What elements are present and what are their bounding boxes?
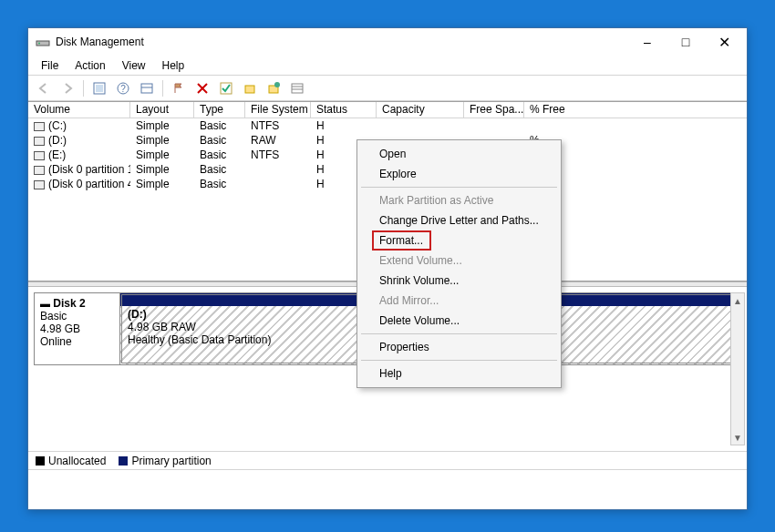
disk-type: Basic [40,310,67,322]
menu-item-format[interactable]: Format... [359,230,559,251]
toolbar: ? [28,76,747,101]
partition-size: 4.98 GB RAW [128,321,196,333]
menubar: File Action View Help [28,56,747,76]
menu-item-change-drive-letter-and-paths[interactable]: Change Drive Letter and Paths... [359,210,559,230]
menu-file[interactable]: File [34,57,66,74]
svg-point-11 [274,82,280,87]
table-row[interactable]: (C:)SimpleBasicNTFSH [28,118,747,133]
tool-help-icon[interactable]: ? [113,78,133,98]
disk-name: Disk 2 [53,297,85,310]
col-layout[interactable]: Layout [130,102,194,118]
minimize-button[interactable]: – [628,28,666,56]
drive-icon: ▬ [40,298,50,309]
svg-text:?: ? [120,84,126,94]
drive-icon [34,151,45,160]
disk-management-window: Disk Management – □ ✕ File Action View H… [27,27,748,510]
tool-check-icon[interactable] [216,78,236,98]
partition-letter: (D:) [128,308,147,321]
col-type[interactable]: Type [194,102,245,118]
column-headers[interactable]: Volume Layout Type File System Status Ca… [28,102,747,118]
disk-size: 4.98 GB [40,322,80,335]
drive-icon [34,137,45,146]
menu-separator [361,333,557,334]
maximize-button[interactable]: □ [666,28,705,56]
tool-refresh-icon[interactable] [89,78,109,98]
drive-icon [36,35,50,49]
partition-text: (D:) 4.98 GB RAW Healthy (Basic Data Par… [128,308,271,346]
menu-item-shrink-volume[interactable]: Shrink Volume... [359,271,559,291]
scroll-up-icon[interactable]: ▲ [731,293,744,308]
window-title: Disk Management [56,36,628,48]
tool-delete-icon[interactable] [192,78,212,98]
legend-primary: Primary partition [131,455,211,467]
drive-icon [34,166,45,175]
drive-icon [34,180,45,189]
titlebar[interactable]: Disk Management – □ ✕ [28,28,747,56]
scroll-down-icon[interactable]: ▼ [731,430,744,445]
svg-rect-3 [96,85,103,92]
disk-label[interactable]: ▬ Disk 2 Basic 4.98 GB Online [35,293,120,364]
menu-item-open[interactable]: Open [359,144,559,164]
col-volume[interactable]: Volume [28,102,130,118]
legend-unallocated: Unallocated [48,455,106,467]
statusbar [28,469,747,486]
context-menu[interactable]: OpenExploreMark Partition as ActiveChang… [356,139,562,388]
legend-unallocated-swatch [36,456,45,466]
tool-newvol-icon[interactable] [240,78,260,98]
menu-help[interactable]: Help [155,57,192,74]
menu-separator [361,360,557,361]
legend-primary-swatch [119,456,128,466]
menu-item-delete-volume[interactable]: Delete Volume... [359,311,559,331]
menu-separator [361,187,557,188]
menu-item-extend-volume: Extend Volume... [359,251,559,271]
col-filesystem[interactable]: File System [245,102,311,118]
tool-list-icon[interactable] [287,78,307,98]
back-button[interactable] [34,78,54,98]
col-pctfree[interactable]: % Free [524,102,588,118]
svg-rect-6 [141,84,152,93]
svg-rect-9 [245,86,254,93]
disk-status: Online [40,335,72,348]
tool-flag-icon[interactable] [169,78,189,98]
drive-icon [34,122,45,131]
legend: Unallocated Primary partition [28,451,747,469]
menu-view[interactable]: View [115,57,153,74]
menu-action[interactable]: Action [67,57,112,74]
col-capacity[interactable]: Capacity [377,102,464,118]
partition-health: Healthy (Basic Data Partition) [128,333,271,346]
tool-newdisk-icon[interactable] [264,78,284,98]
svg-rect-12 [292,84,303,93]
forward-button[interactable] [57,78,78,98]
tool-settings-icon[interactable] [137,78,157,98]
col-status[interactable]: Status [311,102,377,118]
svg-point-1 [38,43,40,45]
menu-item-explore[interactable]: Explore [359,164,559,184]
menu-item-help[interactable]: Help [359,363,559,384]
highlight-box [372,230,431,251]
close-button[interactable]: ✕ [705,28,743,56]
scrollbar[interactable]: ▲ ▼ [730,292,745,445]
menu-item-properties[interactable]: Properties [359,337,559,357]
col-freespace[interactable]: Free Spa... [464,102,524,118]
menu-item-add-mirror: Add Mirror... [359,291,559,311]
menu-item-mark-partition-as-active: Mark Partition as Active [359,190,559,210]
